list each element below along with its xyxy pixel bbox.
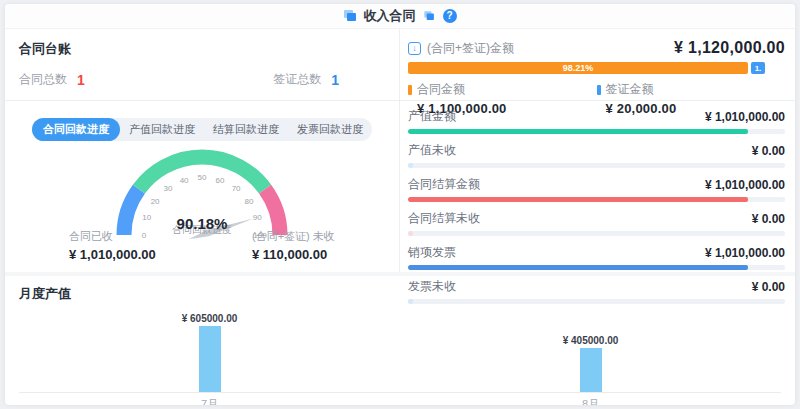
summary-label: (合同+签证)金额 — [427, 40, 514, 57]
monthly-bar-chart: ¥ 605000.00¥ 405000.00 — [19, 305, 781, 393]
metric-value: ¥ 1,010,000.00 — [705, 246, 785, 260]
right-panel: ↓ (合同+签证)金额 ¥ 1,120,000.00 98.21% 1. 合同金… — [400, 29, 795, 272]
metric-bar-track — [408, 129, 785, 134]
metric-label: 合同结算金额 — [408, 176, 480, 193]
metric-value: ¥ 1,010,000.00 — [705, 178, 785, 192]
gauge-tick-50: 50 — [198, 173, 207, 182]
metric-bar-fill — [408, 231, 413, 236]
gauge-tick-20: 20 — [151, 197, 160, 206]
metric-label: 产值未收 — [408, 142, 456, 159]
page-header: 收入合同 ? — [5, 4, 795, 29]
metrics-list: 产值金额 ¥ 1,010,000.00 产值未收 ¥ 0.00 合同结算金额 ¥… — [400, 101, 795, 304]
monthly-bar-value-label: ¥ 405000.00 — [563, 335, 619, 346]
tab-progress-3[interactable]: 发票回款进度 — [288, 118, 372, 141]
metric-row-3: 合同结算未收 ¥ 0.00 — [408, 210, 785, 236]
contract-folder-icon — [344, 10, 357, 22]
metric-label: 销项发票 — [408, 244, 456, 261]
contract-total-stat: 合同总数 1 — [19, 71, 85, 88]
metric-row-4: 销项发票 ¥ 1,010,000.00 — [408, 244, 785, 270]
tab-progress-0[interactable]: 合同回款进度 — [32, 118, 120, 141]
metric-bar-track — [408, 265, 785, 270]
gauge-tick-30: 30 — [163, 184, 172, 193]
switch-view-icon[interactable] — [424, 11, 434, 21]
visa-legend-label: 签证金额 — [606, 81, 654, 98]
contract-total-value[interactable]: 1 — [77, 72, 85, 88]
summary-total-value: ¥ 1,120,000.00 — [674, 39, 785, 57]
metric-value: ¥ 0.00 — [752, 144, 785, 158]
help-icon[interactable]: ? — [443, 9, 457, 23]
monthly-bar[interactable] — [199, 326, 221, 392]
dashboard-card: 收入合同 ? 合同台账 合同总数 1 签证总数 1 — [5, 4, 795, 405]
contract-legend-marker — [408, 85, 412, 95]
contract-total-label: 合同总数 — [19, 71, 67, 88]
gauge-percent-value: 90.18% — [5, 215, 399, 232]
amount-summary-section: ↓ (合同+签证)金额 ¥ 1,120,000.00 98.21% 1. 合同金… — [400, 29, 795, 101]
metric-bar-track — [408, 299, 785, 304]
main-area: 合同台账 合同总数 1 签证总数 1 合同回款进度产值回款进度结算回款进度发票回… — [5, 29, 795, 272]
monthly-bar-slot-1: ¥ 405000.00 — [400, 305, 781, 392]
metric-bar-track — [408, 197, 785, 202]
metric-bar-fill — [408, 197, 748, 202]
metric-row-2: 合同结算金额 ¥ 1,010,000.00 — [408, 176, 785, 202]
gauge-tick-60: 60 — [215, 176, 224, 185]
tab-progress-1[interactable]: 产值回款进度 — [120, 118, 204, 141]
visa-total-label: 签证总数 — [273, 71, 321, 88]
contract-amount-bar[interactable]: 98.21% — [408, 62, 748, 74]
visa-legend-marker — [597, 85, 601, 95]
progress-gauge-section: 合同回款进度产值回款进度结算回款进度发票回款进度 010203040506070… — [5, 101, 399, 271]
contract-ledger-section: 合同台账 合同总数 1 签证总数 1 — [5, 29, 399, 101]
monthly-axis-labels: 7月8月 — [19, 393, 781, 405]
metric-label: 发票未收 — [408, 278, 456, 295]
monthly-axis-label-0: 7月 — [19, 397, 400, 405]
monthly-axis-label-1: 8月 — [400, 397, 781, 405]
received-label: 合同已收 — [69, 229, 156, 244]
monthly-bar-value-label: ¥ 605000.00 — [182, 313, 238, 324]
contract-percent-label: 98.21% — [563, 63, 594, 73]
gauge-tick-70: 70 — [232, 184, 241, 193]
ledger-title: 合同台账 — [19, 40, 385, 58]
monthly-bar[interactable] — [580, 348, 602, 392]
gauge-tick-80: 80 — [244, 197, 253, 206]
ledger-stats-row: 合同总数 1 签证总数 1 — [19, 71, 385, 88]
metric-bar-fill — [408, 129, 748, 134]
metric-bar-fill — [408, 163, 413, 168]
contract-legend-label: 合同金额 — [417, 81, 465, 98]
page-title: 收入合同 — [364, 7, 416, 25]
visa-total-value[interactable]: 1 — [331, 72, 339, 88]
received-stat: 合同已收 ¥ 1,010,000.00 — [69, 229, 156, 262]
metric-row-5: 发票未收 ¥ 0.00 — [408, 278, 785, 304]
tab-progress-2[interactable]: 结算回款进度 — [204, 118, 288, 141]
visa-total-stat: 签证总数 1 — [273, 71, 339, 88]
unreceived-label: (合同+签证) 未收 — [252, 229, 335, 244]
metric-bar-fill — [408, 265, 748, 270]
metric-value: ¥ 1,010,000.00 — [705, 110, 785, 124]
metric-bar-track — [408, 163, 785, 168]
unreceived-stat: (合同+签证) 未收 ¥ 110,000.00 — [252, 229, 335, 262]
left-panel: 合同台账 合同总数 1 签证总数 1 合同回款进度产值回款进度结算回款进度发票回… — [5, 29, 400, 272]
progress-tabs: 合同回款进度产值回款进度结算回款进度发票回款进度 — [32, 118, 372, 141]
summary-header-row: ↓ (合同+签证)金额 ¥ 1,120,000.00 — [408, 39, 785, 57]
document-icon: ↓ — [408, 42, 421, 55]
monthly-bar-slot-0: ¥ 605000.00 — [19, 305, 400, 392]
gauge-tick-40: 40 — [180, 176, 189, 185]
metric-bar-track — [408, 231, 785, 236]
metric-bar-fill — [408, 299, 413, 304]
visa-amount-bar[interactable]: 1. — [751, 62, 765, 74]
unreceived-value: ¥ 110,000.00 — [252, 247, 335, 262]
received-value: ¥ 1,010,000.00 — [69, 247, 156, 262]
metric-label: 产值金额 — [408, 108, 456, 125]
metric-value: ¥ 0.00 — [752, 280, 785, 294]
metric-row-1: 产值未收 ¥ 0.00 — [408, 142, 785, 168]
amount-stacked-bar: 98.21% 1. — [408, 62, 765, 74]
metric-label: 合同结算未收 — [408, 210, 480, 227]
metric-value: ¥ 0.00 — [752, 212, 785, 226]
